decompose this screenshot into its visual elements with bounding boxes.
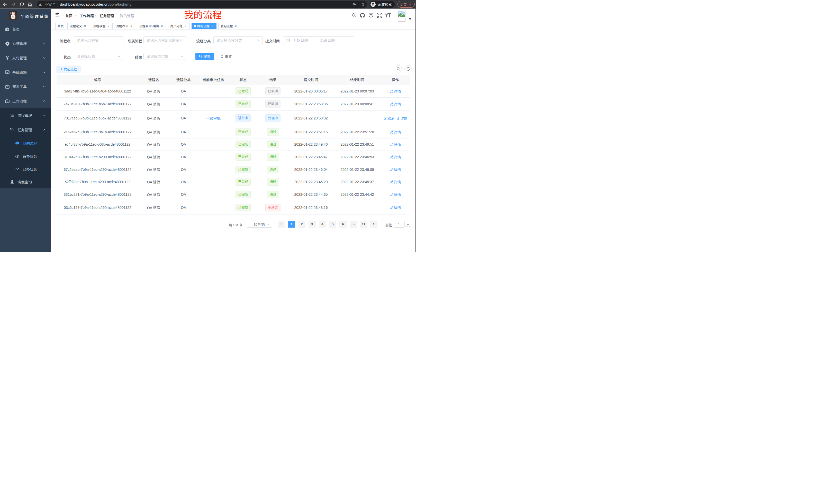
- svg-text:¥: ¥: [6, 56, 9, 60]
